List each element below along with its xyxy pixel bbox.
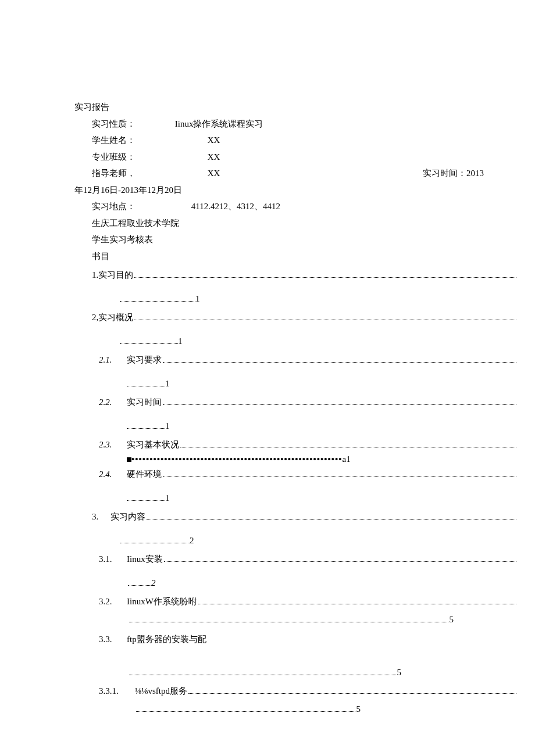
toc-dots [163,476,516,477]
toc-page: 1 [165,493,170,503]
nature-label: 实习性质： [92,116,135,132]
toc-page: 1 [178,336,183,346]
toc-label: ⅛⅛vsftpd服务 [135,683,187,700]
toc-label: 实习时间 [127,394,162,411]
toc-num: 3.3.1. [99,683,135,700]
toc-label: ftp盟务器的安装与配 [127,631,206,648]
toc-page: 1 [165,379,170,388]
toc-cont-3: 2 [74,532,518,549]
class-label: 专业班级： [92,149,135,166]
teacher-value: XX [208,165,220,182]
toc-item-33: 3.3. ftp盟务器的安装与配 [74,631,518,648]
toc-cont-33: 5 [74,664,518,681]
toc-item-23: 2.3. 实习基本状况 [74,436,518,453]
time-wrap: 年12月16日-2013年12月20日 [74,182,518,199]
info-class: 专业班级： XX [74,149,518,166]
toc-label: 实习要求 [127,352,162,368]
table-title: 学生实习考核表 [74,231,518,248]
toc-num: 2.4. [99,466,127,483]
teacher-label: 指导老师， [92,165,135,182]
time-label: 实习时间：2013 [423,165,484,182]
toc-num: 3. [92,508,110,525]
toc-label: IinuxW作系统吩咐 [127,593,197,610]
square-icon [127,457,131,462]
toc-page: 2 [151,578,156,587]
toc-item-24: 2.4. 硬件环境 [74,466,518,483]
class-value: XX [208,149,220,166]
place-label: 实习地点： [92,198,135,215]
toc-item-331: 3.3.1. ⅛⅛vsftpd服务 [74,683,518,700]
nature-value: Iinux操作系统课程实习 [175,116,263,132]
toc-page: 5 [356,701,361,718]
toc-item-3: 3. 实习内容 [74,508,518,525]
info-teacher: 指导老师， XX 实习时间：2013 [74,165,518,182]
toc-label: 2,实习概况 [92,309,133,326]
toc-dots [134,320,516,320]
toc-dots [163,404,516,405]
toc-item-1: 1.实习目的 [74,267,518,284]
toc-item-31: 3.1. Iinux安装 [74,551,518,568]
toc-cont-21: 1 [74,375,518,392]
toc-page: 5 [450,611,454,628]
toc-dots [147,519,516,519]
toc-dots [188,693,516,694]
org-line: 生庆工程取业技术学院 [74,215,518,232]
toc-page: a1 [343,454,351,464]
toc-label: 实习基本状况 [127,436,179,453]
toc-heading: 书目 [74,248,518,265]
toc-label: 1.实习目的 [92,267,133,284]
toc-item-32: 3.2. IinuxW作系统吩咐 [74,593,518,610]
toc-cont-23: ••••••••••••••••••••••••••••••••••••••••… [74,454,518,464]
toc-cont-2: 1 [74,333,518,350]
toc-num: 3.2. [99,593,127,610]
toc-page: 1 [195,294,200,303]
toc-cont-22: 1 [74,418,518,435]
info-place: 实习地点： 4112.4212、4312、4412 [74,198,518,215]
toc-dots [164,561,516,562]
report-title: 实习报告 [74,99,518,116]
toc-cont-1: 1 [74,291,518,307]
toc-num: 2.2. [99,394,127,411]
toc-cont-31: 2 [74,575,518,592]
toc-page: 1 [165,421,170,431]
toc-label: 实习内容 [110,508,145,525]
place-value: 4112.4212、4312、4412 [191,198,280,215]
toc-item-21: 2.1. 实习要求 [74,352,518,368]
toc-dots [136,711,355,712]
toc-page: 5 [397,664,402,681]
toc-dots [180,447,516,447]
toc-label: Iinux安装 [127,551,163,568]
toc-item-22: 2.2. 实习时间 [74,394,518,411]
toc-cont-32: 5 [74,611,518,628]
toc-num: 3.3. [99,631,127,648]
info-nature: 实习性质： Iinux操作系统课程实习 [74,116,518,132]
name-value: XX [208,132,220,149]
toc-cont-331: 5 [74,701,518,718]
toc-dots [134,277,516,278]
toc-label: 硬件环境 [127,466,162,483]
toc-page: 2 [190,536,194,545]
name-label: 学生姓名： [92,132,135,149]
toc-dots [163,362,516,363]
toc-dots [198,604,516,604]
toc-dots [129,675,396,675]
toc-cont-24: 1 [74,490,518,507]
toc-dots [129,622,448,622]
toc-item-2: 2,实习概况 [74,309,518,326]
toc-num: 2.1. [99,352,127,368]
bold-dots: ••••••••••••••••••••••••••••••••••••••••… [131,454,343,464]
toc-num: 2.3. [99,436,127,453]
toc-num: 3.1. [99,551,127,568]
info-name: 学生姓名： XX [74,132,518,149]
